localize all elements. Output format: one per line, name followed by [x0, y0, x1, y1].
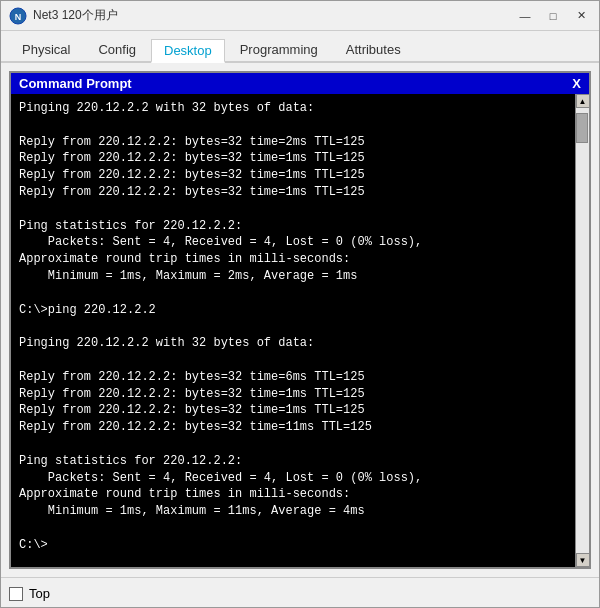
- minimize-button[interactable]: —: [515, 9, 535, 23]
- tab-bar: Physical Config Desktop Programming Attr…: [1, 31, 599, 63]
- scroll-up-arrow[interactable]: ▲: [576, 94, 590, 108]
- cmd-close-button[interactable]: X: [572, 76, 581, 91]
- title-bar: N Net3 120个用户 — □ ✕: [1, 1, 599, 31]
- cmd-scrollbar: ▲ ▼: [575, 94, 589, 567]
- scroll-thumb[interactable]: [576, 113, 588, 143]
- cmd-body-wrapper: Pinging 220.12.2.2 with 32 bytes of data…: [11, 94, 589, 567]
- maximize-button[interactable]: □: [543, 9, 563, 23]
- tab-attributes[interactable]: Attributes: [333, 38, 414, 61]
- close-window-button[interactable]: ✕: [571, 9, 591, 23]
- tab-physical[interactable]: Physical: [9, 38, 83, 61]
- bottom-bar: Top: [1, 577, 599, 608]
- cmd-title: Command Prompt: [19, 76, 132, 91]
- scroll-track[interactable]: [576, 108, 589, 553]
- top-checkbox-label[interactable]: Top: [9, 586, 50, 601]
- scroll-down-arrow[interactable]: ▼: [576, 553, 590, 567]
- cmd-output[interactable]: Pinging 220.12.2.2 with 32 bytes of data…: [11, 94, 575, 567]
- top-checkbox[interactable]: [9, 587, 23, 601]
- cmd-window: Command Prompt X Pinging 220.12.2.2 with…: [9, 71, 591, 569]
- cmd-titlebar: Command Prompt X: [11, 73, 589, 94]
- main-content: Command Prompt X Pinging 220.12.2.2 with…: [1, 63, 599, 577]
- title-bar-left: N Net3 120个用户: [9, 7, 118, 25]
- tab-programming[interactable]: Programming: [227, 38, 331, 61]
- top-label: Top: [29, 586, 50, 601]
- svg-text:N: N: [15, 12, 22, 22]
- window-title: Net3 120个用户: [33, 7, 118, 24]
- title-bar-controls: — □ ✕: [515, 9, 591, 23]
- tab-config[interactable]: Config: [85, 38, 149, 61]
- tab-desktop[interactable]: Desktop: [151, 39, 225, 63]
- net3-icon: N: [9, 7, 27, 25]
